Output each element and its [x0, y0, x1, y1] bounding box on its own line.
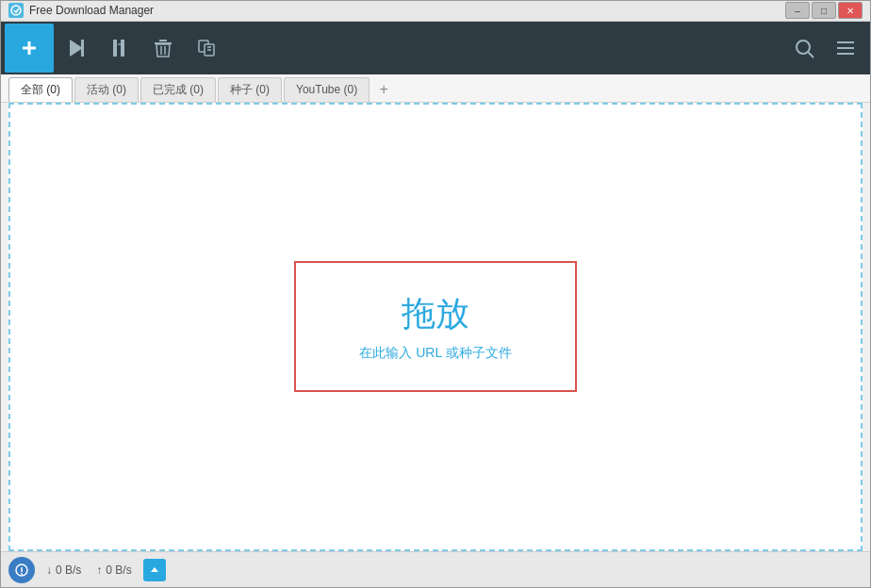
delete-button[interactable]: [142, 24, 184, 73]
svg-rect-4: [81, 40, 84, 57]
svg-rect-8: [118, 43, 121, 45]
toolbar-right: [783, 24, 866, 73]
minimize-button[interactable]: –: [785, 2, 810, 19]
drop-zone[interactable]: 拖放 在此输入 URL 或种子文件: [294, 261, 577, 392]
maximize-button[interactable]: □: [812, 2, 836, 19]
tabs-bar: 全部 (0) 活动 (0) 已完成 (0) 种子 (0) YouTube (0)…: [1, 74, 870, 103]
toolbar: [1, 22, 870, 74]
svg-line-18: [809, 52, 814, 57]
svg-rect-6: [121, 40, 124, 57]
menu-button[interactable]: [825, 24, 866, 73]
app-window: Free Download Manager – □ ✕: [0, 0, 871, 588]
drop-zone-subtitle: 在此输入 URL 或种子文件: [343, 345, 528, 362]
download-arrow: ↓: [46, 564, 52, 577]
download-speed-value: 0 B/s: [56, 564, 81, 577]
upload-speed: ↑ 0 B/s: [96, 564, 131, 577]
title-bar-controls: – □ ✕: [785, 2, 863, 19]
expand-button[interactable]: [143, 559, 166, 581]
upload-arrow: ↑: [96, 564, 102, 577]
add-tab-button[interactable]: +: [371, 77, 396, 102]
tab-completed[interactable]: 已完成 (0): [140, 77, 216, 102]
upload-speed-value: 0 B/s: [106, 564, 131, 577]
svg-point-17: [797, 41, 810, 54]
tab-active[interactable]: 活动 (0): [74, 77, 139, 102]
title-bar: Free Download Manager – □ ✕: [1, 1, 870, 22]
close-button[interactable]: ✕: [838, 2, 863, 19]
svg-point-24: [21, 573, 23, 575]
add-download-button[interactable]: [5, 24, 54, 73]
title-bar-left: Free Download Manager: [8, 3, 154, 18]
svg-rect-7: [113, 43, 116, 45]
svg-rect-21: [837, 53, 854, 55]
play-button[interactable]: [56, 24, 97, 73]
svg-marker-25: [151, 567, 158, 572]
status-icon: [8, 557, 35, 583]
svg-rect-19: [837, 41, 854, 43]
tab-all[interactable]: 全部 (0): [8, 77, 73, 102]
svg-point-0: [11, 6, 21, 15]
svg-marker-3: [70, 40, 83, 57]
convert-button[interactable]: [186, 24, 227, 73]
tab-torrent[interactable]: 种子 (0): [218, 77, 282, 102]
content-area[interactable]: 拖放 在此输入 URL 或种子文件: [8, 103, 863, 551]
search-button[interactable]: [783, 24, 825, 73]
download-speed: ↓ 0 B/s: [46, 564, 81, 577]
tab-youtube[interactable]: YouTube (0): [284, 77, 370, 102]
app-title: Free Download Manager: [29, 4, 154, 17]
pause-button[interactable]: [99, 24, 140, 73]
svg-rect-10: [159, 40, 167, 41]
app-icon: [8, 3, 24, 18]
drop-zone-title: 拖放: [343, 291, 528, 337]
status-speeds: ↓ 0 B/s ↑ 0 B/s: [46, 564, 132, 577]
status-bar: ↓ 0 B/s ↑ 0 B/s: [1, 551, 870, 587]
svg-rect-20: [837, 47, 854, 49]
svg-rect-5: [113, 40, 117, 57]
